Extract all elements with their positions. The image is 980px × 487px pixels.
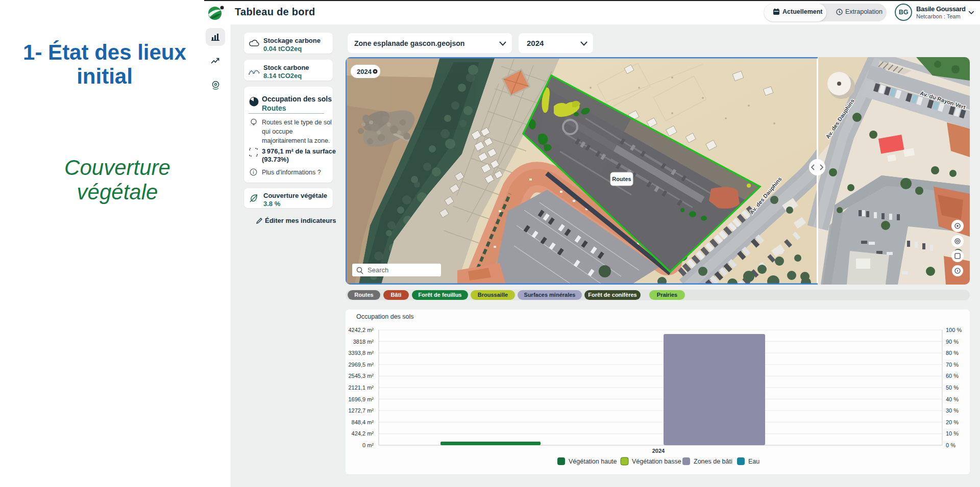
- svg-text:100 %: 100 %: [946, 327, 962, 333]
- svg-text:1272,7 m²: 1272,7 m²: [348, 407, 374, 414]
- svg-text:80 %: 80 %: [946, 350, 959, 356]
- svg-text:2969,5 m²: 2969,5 m²: [348, 362, 374, 368]
- svg-text:3818 m²: 3818 m²: [353, 339, 374, 345]
- svg-text:424,2 m²: 424,2 m²: [352, 430, 374, 437]
- svg-text:2024: 2024: [357, 68, 372, 75]
- svg-text:Routes: Routes: [612, 176, 631, 182]
- svg-text:4242,2 m²: 4242,2 m²: [348, 327, 374, 333]
- svg-text:Végétation basse: Végétation basse: [632, 458, 681, 465]
- svg-text:10 %: 10 %: [946, 430, 959, 437]
- svg-text:50 %: 50 %: [946, 385, 959, 391]
- svg-text:20 %: 20 %: [946, 419, 959, 425]
- svg-text:Végétation haute: Végétation haute: [569, 458, 617, 465]
- svg-text:90 %: 90 %: [946, 339, 959, 345]
- svg-text:40 %: 40 %: [946, 396, 959, 402]
- svg-text:0 m²: 0 m²: [362, 442, 374, 448]
- svg-text:Search: Search: [368, 266, 388, 274]
- svg-text:848,4 m²: 848,4 m²: [352, 419, 374, 425]
- svg-text:Zones de bâti: Zones de bâti: [694, 458, 732, 465]
- svg-text:1696,9 m²: 1696,9 m²: [348, 396, 374, 402]
- svg-text:60 %: 60 %: [946, 373, 959, 379]
- svg-text:30 %: 30 %: [946, 407, 959, 414]
- svg-text:Eau: Eau: [748, 458, 760, 465]
- svg-text:2024: 2024: [652, 448, 665, 454]
- svg-text:70 %: 70 %: [946, 362, 959, 368]
- svg-text:0 %: 0 %: [946, 442, 955, 448]
- svg-text:2545,3 m²: 2545,3 m²: [348, 373, 374, 379]
- svg-text:3393,8 m²: 3393,8 m²: [348, 350, 374, 356]
- svg-text:2121,1 m²: 2121,1 m²: [348, 385, 374, 391]
